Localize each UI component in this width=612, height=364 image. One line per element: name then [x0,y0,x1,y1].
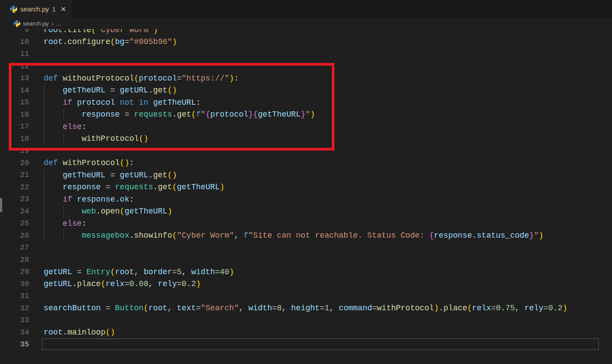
current-line-highlight [42,338,599,350]
code-text[interactable]: root.mainloop() [29,328,115,337]
indent-guide [63,206,64,218]
code-text[interactable]: searchButton = Button(root, text="Search… [29,304,567,313]
line-number[interactable]: 23 [0,195,29,203]
code-line[interactable]: 32searchButton = Button(root, text="Sear… [0,302,612,315]
code-text[interactable]: messagebox.showinfo("Cyber Worm", f"Site… [29,231,543,240]
line-number[interactable]: 22 [0,183,29,191]
code-line[interactable]: 11 [0,48,612,60]
indent-guide [44,206,45,218]
annotation-red-box [9,63,334,151]
code-line[interactable]: 21 getTheURL = getURL.get() [0,169,612,181]
code-line[interactable]: 30getURL.place(relx=0.08, rely=0.2) [0,278,612,290]
code-line[interactable]: 33 [0,314,612,327]
code-line[interactable]: 22 response = requests.get(getTheURL) [0,181,612,194]
python-file-icon [14,20,20,27]
line-number[interactable]: 32 [0,304,29,313]
code-text[interactable]: getURL.place(relx=0.08, rely=0.2) [29,279,201,288]
code-text[interactable]: getURL = Entry(root, border=5, width=40) [29,268,234,276]
line-number[interactable]: 33 [0,316,29,324]
code-text[interactable]: else: [29,219,86,228]
tab-title: search.py [20,5,49,13]
code-text[interactable]: root.configure(bg="#005b96") [29,37,177,46]
code-text[interactable]: def withProtocol(): [29,158,134,167]
code-line[interactable]: 31 [0,290,612,302]
chevron-right-icon: › [52,20,54,27]
code-text[interactable]: web.open(getTheURL) [29,207,172,216]
line-number[interactable]: 28 [0,256,29,264]
breadcrumb: search.py › ... [0,18,612,29]
code-line[interactable]: 26 messagebox.showinfo("Cyber Worm", f"S… [0,230,612,242]
sidebar-sash-handle[interactable] [0,198,2,212]
line-number[interactable]: 31 [0,292,29,300]
line-number[interactable]: 11 [0,50,29,58]
code-line[interactable]: 27 [0,242,612,254]
tab-search-py[interactable]: search.py 1 ✕ [0,0,72,18]
code-line[interactable]: 20def withProtocol(): [0,157,612,169]
code-line[interactable]: 28 [0,254,612,266]
code-line[interactable]: 24 web.open(getTheURL) [0,206,612,218]
code-text[interactable]: if response.ok: [29,195,134,204]
line-number[interactable]: 26 [0,232,29,240]
indent-guide [63,230,64,242]
line-number[interactable]: 29 [0,268,29,276]
code-text[interactable]: response = requests.get(getTheURL) [29,183,225,191]
code-line[interactable]: 10root.configure(bg="#005b96") [0,36,612,48]
code-line[interactable]: 23 if response.ok: [0,193,612,206]
indent-guide [44,193,45,206]
line-number[interactable]: 27 [0,243,29,252]
breadcrumb-more[interactable]: ... [56,20,61,27]
python-file-icon [10,6,17,13]
close-icon[interactable]: ✕ [60,6,66,12]
tab-bar: search.py 1 ✕ [0,0,612,18]
line-number[interactable]: 10 [0,38,29,46]
breadcrumb-file[interactable]: search.py [23,20,49,27]
tab-problems-badge: 1 [52,5,56,13]
line-number[interactable]: 30 [0,280,29,288]
line-number[interactable]: 34 [0,328,29,337]
code-line[interactable]: 35 [0,338,612,351]
line-number[interactable]: 21 [0,171,29,179]
code-text[interactable]: getTheURL = getURL.get() [29,171,177,180]
line-number[interactable]: 35 [0,340,29,349]
code-line[interactable]: 29getURL = Entry(root, border=5, width=4… [0,266,612,278]
line-number[interactable]: 25 [0,219,29,228]
indent-guide [44,169,45,181]
indent-guide [44,230,45,242]
line-number[interactable]: 24 [0,207,29,216]
indent-guide [44,181,45,194]
code-line[interactable]: 34root.mainloop() [0,327,612,339]
indent-guide [44,217,45,230]
line-number[interactable]: 20 [0,159,29,167]
code-line[interactable]: 25 else: [0,217,612,230]
